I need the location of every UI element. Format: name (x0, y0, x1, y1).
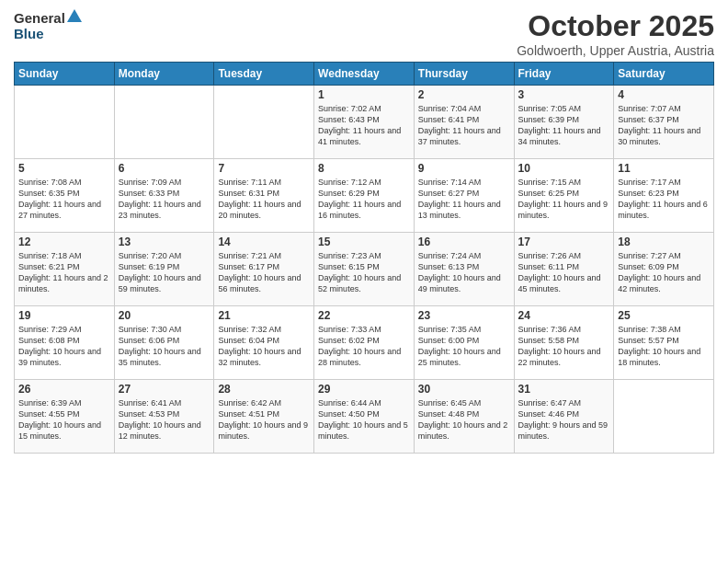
weekday-header-sunday: Sunday (15, 63, 115, 86)
calendar-cell: 15Sunrise: 7:23 AM Sunset: 6:15 PM Dayli… (314, 233, 415, 306)
day-number: 13 (119, 236, 210, 248)
calendar-cell: 21Sunrise: 7:32 AM Sunset: 6:04 PM Dayli… (214, 306, 314, 380)
cell-content: Sunrise: 7:02 AM Sunset: 6:43 PM Dayligh… (318, 103, 410, 148)
weekday-header-wednesday: Wednesday (314, 63, 415, 86)
calendar-cell (614, 380, 714, 454)
cell-content: Sunrise: 7:24 AM Sunset: 6:13 PM Dayligh… (418, 250, 510, 295)
day-number: 30 (418, 383, 510, 396)
calendar-cell: 23Sunrise: 7:35 AM Sunset: 6:00 PM Dayli… (414, 306, 514, 380)
calendar-cell: 25Sunrise: 7:38 AM Sunset: 5:57 PM Dayli… (614, 306, 714, 380)
calendar-cell: 7Sunrise: 7:11 AM Sunset: 6:31 PM Daylig… (214, 159, 314, 233)
calendar-table: SundayMondayTuesdayWednesdayThursdayFrid… (14, 62, 714, 454)
day-number: 7 (218, 162, 310, 175)
day-number: 28 (218, 383, 310, 396)
cell-content: Sunrise: 7:07 AM Sunset: 6:37 PM Dayligh… (618, 103, 710, 148)
logo: General Blue (14, 9, 84, 42)
calendar-cell: 29Sunrise: 6:44 AM Sunset: 4:50 PM Dayli… (314, 380, 415, 454)
calendar-cell: 5Sunrise: 7:08 AM Sunset: 6:35 PM Daylig… (15, 159, 115, 233)
calendar-cell: 16Sunrise: 7:24 AM Sunset: 6:13 PM Dayli… (414, 233, 514, 306)
calendar-cell: 14Sunrise: 7:21 AM Sunset: 6:17 PM Dayli… (214, 233, 314, 306)
day-number: 4 (618, 88, 710, 101)
week-row-1: 1Sunrise: 7:02 AM Sunset: 6:43 PM Daylig… (15, 86, 714, 159)
weekday-header-friday: Friday (514, 63, 614, 86)
cell-content: Sunrise: 7:11 AM Sunset: 6:31 PM Dayligh… (218, 177, 310, 222)
calendar-cell: 18Sunrise: 7:27 AM Sunset: 6:09 PM Dayli… (614, 233, 714, 306)
calendar-cell: 17Sunrise: 7:26 AM Sunset: 6:11 PM Dayli… (514, 233, 614, 306)
calendar-cell: 27Sunrise: 6:41 AM Sunset: 4:53 PM Dayli… (114, 380, 214, 454)
day-number: 26 (18, 383, 110, 396)
day-number: 20 (119, 309, 210, 322)
calendar-cell: 12Sunrise: 7:18 AM Sunset: 6:21 PM Dayli… (15, 233, 115, 306)
calendar-cell: 28Sunrise: 6:42 AM Sunset: 4:51 PM Dayli… (214, 380, 314, 454)
cell-content: Sunrise: 6:47 AM Sunset: 4:46 PM Dayligh… (518, 397, 610, 442)
day-number: 12 (18, 236, 110, 248)
day-number: 2 (418, 88, 510, 101)
cell-content: Sunrise: 7:20 AM Sunset: 6:19 PM Dayligh… (119, 250, 210, 295)
title-block: October 2025 Goldwoerth, Upper Austria, … (517, 9, 714, 58)
weekday-header-thursday: Thursday (414, 63, 514, 86)
cell-content: Sunrise: 7:38 AM Sunset: 5:57 PM Dayligh… (618, 324, 710, 369)
day-number: 23 (418, 309, 510, 322)
calendar-cell: 8Sunrise: 7:12 AM Sunset: 6:29 PM Daylig… (314, 159, 415, 233)
cell-content: Sunrise: 6:45 AM Sunset: 4:48 PM Dayligh… (418, 397, 510, 442)
header: General Blue October 2025 Goldwoerth, Up… (14, 9, 714, 58)
day-number: 15 (318, 236, 410, 248)
calendar-cell (214, 86, 314, 159)
day-number: 31 (518, 383, 610, 396)
logo-blue: Blue (14, 26, 44, 41)
week-row-4: 19Sunrise: 7:29 AM Sunset: 6:08 PM Dayli… (15, 306, 714, 380)
cell-content: Sunrise: 7:33 AM Sunset: 6:02 PM Dayligh… (318, 324, 410, 369)
calendar-cell: 24Sunrise: 7:36 AM Sunset: 5:58 PM Dayli… (514, 306, 614, 380)
calendar-cell: 31Sunrise: 6:47 AM Sunset: 4:46 PM Dayli… (514, 380, 614, 454)
cell-content: Sunrise: 7:15 AM Sunset: 6:25 PM Dayligh… (518, 177, 610, 222)
day-number: 3 (518, 88, 610, 101)
calendar-cell: 6Sunrise: 7:09 AM Sunset: 6:33 PM Daylig… (114, 159, 214, 233)
cell-content: Sunrise: 6:41 AM Sunset: 4:53 PM Dayligh… (119, 397, 210, 442)
cell-content: Sunrise: 7:32 AM Sunset: 6:04 PM Dayligh… (218, 324, 310, 369)
day-number: 6 (119, 162, 210, 175)
cell-content: Sunrise: 6:42 AM Sunset: 4:51 PM Dayligh… (218, 397, 310, 442)
cell-content: Sunrise: 7:21 AM Sunset: 6:17 PM Dayligh… (218, 250, 310, 295)
calendar-cell: 22Sunrise: 7:33 AM Sunset: 6:02 PM Dayli… (314, 306, 415, 380)
calendar-cell: 13Sunrise: 7:20 AM Sunset: 6:19 PM Dayli… (114, 233, 214, 306)
calendar-cell: 3Sunrise: 7:05 AM Sunset: 6:39 PM Daylig… (514, 86, 614, 159)
week-row-5: 26Sunrise: 6:39 AM Sunset: 4:55 PM Dayli… (15, 380, 714, 454)
cell-content: Sunrise: 7:23 AM Sunset: 6:15 PM Dayligh… (318, 250, 410, 295)
cell-content: Sunrise: 6:44 AM Sunset: 4:50 PM Dayligh… (318, 397, 410, 442)
cell-content: Sunrise: 7:04 AM Sunset: 6:41 PM Dayligh… (418, 103, 510, 148)
day-number: 27 (119, 383, 210, 396)
cell-content: Sunrise: 7:35 AM Sunset: 6:00 PM Dayligh… (418, 324, 510, 369)
cell-content: Sunrise: 7:36 AM Sunset: 5:58 PM Dayligh… (518, 324, 610, 369)
day-number: 19 (18, 309, 110, 322)
calendar-cell: 11Sunrise: 7:17 AM Sunset: 6:23 PM Dayli… (614, 159, 714, 233)
cell-content: Sunrise: 6:39 AM Sunset: 4:55 PM Dayligh… (18, 397, 110, 442)
location-title: Goldwoerth, Upper Austria, Austria (517, 43, 714, 58)
day-number: 8 (318, 162, 410, 175)
cell-content: Sunrise: 7:18 AM Sunset: 6:21 PM Dayligh… (18, 250, 110, 295)
cell-content: Sunrise: 7:27 AM Sunset: 6:09 PM Dayligh… (618, 250, 710, 295)
calendar-cell: 9Sunrise: 7:14 AM Sunset: 6:27 PM Daylig… (414, 159, 514, 233)
cell-content: Sunrise: 7:14 AM Sunset: 6:27 PM Dayligh… (418, 177, 510, 222)
cell-content: Sunrise: 7:30 AM Sunset: 6:06 PM Dayligh… (119, 324, 210, 369)
calendar-cell: 30Sunrise: 6:45 AM Sunset: 4:48 PM Dayli… (414, 380, 514, 454)
day-number: 14 (218, 236, 310, 248)
week-row-2: 5Sunrise: 7:08 AM Sunset: 6:35 PM Daylig… (15, 159, 714, 233)
day-number: 16 (418, 236, 510, 248)
logo-general: General (14, 10, 65, 26)
cell-content: Sunrise: 7:05 AM Sunset: 6:39 PM Dayligh… (518, 103, 610, 148)
day-number: 24 (518, 309, 610, 322)
day-number: 5 (18, 162, 110, 175)
cell-content: Sunrise: 7:08 AM Sunset: 6:35 PM Dayligh… (18, 177, 110, 222)
week-row-3: 12Sunrise: 7:18 AM Sunset: 6:21 PM Dayli… (15, 233, 714, 306)
day-number: 25 (618, 309, 710, 322)
logo-triangle-icon (67, 9, 82, 26)
weekday-header-monday: Monday (114, 63, 214, 86)
day-number: 29 (318, 383, 410, 396)
weekday-header-saturday: Saturday (614, 63, 714, 86)
day-number: 22 (318, 309, 410, 322)
page-container: General Blue October 2025 Goldwoerth, Up… (0, 0, 728, 463)
day-number: 1 (318, 88, 410, 101)
cell-content: Sunrise: 7:12 AM Sunset: 6:29 PM Dayligh… (318, 177, 410, 222)
calendar-cell: 4Sunrise: 7:07 AM Sunset: 6:37 PM Daylig… (614, 86, 714, 159)
day-number: 17 (518, 236, 610, 248)
